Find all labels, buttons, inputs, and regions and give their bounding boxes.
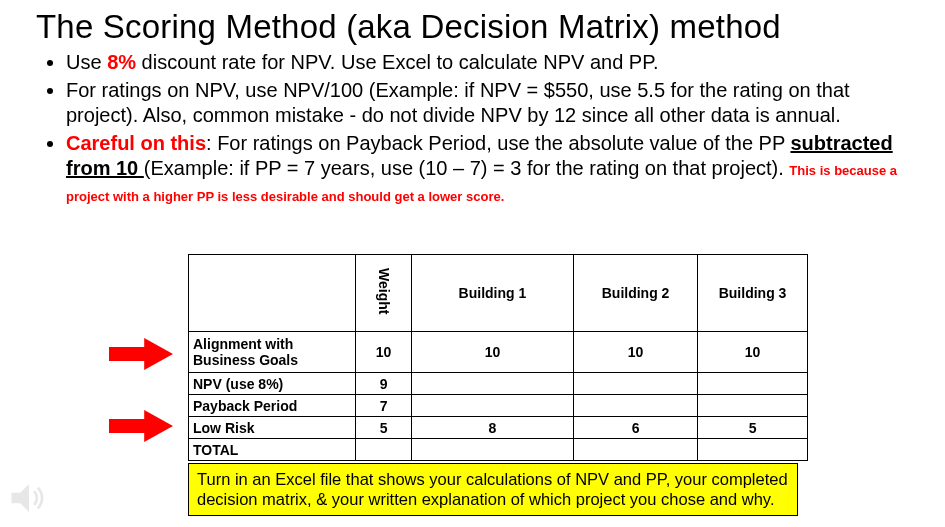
value-cell [411,395,573,417]
criterion-cell: Low Risk [189,417,356,439]
value-cell: 6 [574,417,698,439]
value-cell [411,373,573,395]
table-row: Low Risk 5 8 6 5 [189,417,808,439]
instruction-callout: Turn in an Excel file that shows your ca… [188,463,798,516]
value-cell [574,373,698,395]
bullet-1: Use 8% discount rate for NPV. Use Excel … [66,50,915,76]
header-blank [189,255,356,332]
svg-marker-0 [109,338,173,370]
bullet-1-rate: 8% [107,51,136,73]
bullet-1-pre: Use [66,51,107,73]
value-cell [574,395,698,417]
value-cell: 8 [411,417,573,439]
value-cell [698,373,808,395]
bullet-1-post: discount rate for NPV. Use Excel to calc… [136,51,659,73]
decision-matrix-table: Weight Building 1 Building 2 Building 3 … [188,254,808,461]
value-cell [574,439,698,461]
header-building2: Building 2 [574,255,698,332]
table-row: Payback Period 7 [189,395,808,417]
value-cell [698,439,808,461]
weight-cell: 9 [356,373,411,395]
criterion-cell: Alignment with Business Goals [189,332,356,373]
slide: The Scoring Method (aka Decision Matrix)… [0,0,945,527]
bullet-3: Careful on this: For ratings on Payback … [66,131,915,208]
value-cell: 10 [698,332,808,373]
arrow-icon [106,338,176,370]
value-cell [411,439,573,461]
bullet-list: Use 8% discount rate for NPV. Use Excel … [36,50,915,208]
speaker-icon [8,477,50,519]
header-weight: Weight [356,255,411,332]
bullet-2: For ratings on NPV, use NPV/100 (Example… [66,78,915,129]
criterion-cell: Payback Period [189,395,356,417]
weight-cell: 5 [356,417,411,439]
value-cell: 10 [574,332,698,373]
table-row: TOTAL [189,439,808,461]
header-building1: Building 1 [411,255,573,332]
arrow-icon [106,410,176,442]
value-cell: 5 [698,417,808,439]
svg-marker-1 [109,410,173,442]
header-building3: Building 3 [698,255,808,332]
weight-cell: 10 [356,332,411,373]
weight-cell: 7 [356,395,411,417]
criterion-cell: NPV (use 8%) [189,373,356,395]
value-cell: 10 [411,332,573,373]
header-weight-label: Weight [376,268,392,314]
table-row: Alignment with Business Goals 10 10 10 1… [189,332,808,373]
criterion-cell: TOTAL [189,439,356,461]
weight-cell [356,439,411,461]
svg-marker-2 [12,484,30,512]
value-cell [698,395,808,417]
table-row: NPV (use 8%) 9 [189,373,808,395]
bullet-3-mid2: (Example: if PP = 7 years, use (10 – 7) … [144,157,790,179]
slide-title: The Scoring Method (aka Decision Matrix)… [36,8,915,46]
decision-matrix: Weight Building 1 Building 2 Building 3 … [188,254,808,461]
bullet-3-lead: Careful on this [66,132,206,154]
bullet-3-mid1: : For ratings on Payback Period, use the… [206,132,790,154]
